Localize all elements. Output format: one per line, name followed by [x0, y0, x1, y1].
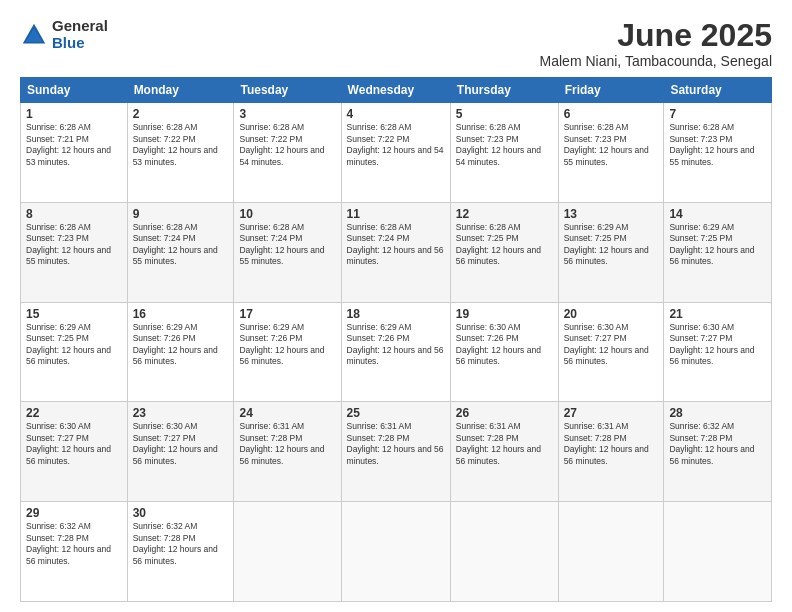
day-cell-4: 4 Sunrise: 6:28 AMSunset: 7:22 PMDayligh…: [341, 103, 450, 203]
day-cell-30: 30 Sunrise: 6:32 AMSunset: 7:28 PMDaylig…: [127, 502, 234, 602]
day-number: 18: [347, 307, 445, 321]
calendar-week-5: 29 Sunrise: 6:32 AMSunset: 7:28 PMDaylig…: [21, 502, 772, 602]
day-cell-16: 16 Sunrise: 6:29 AMSunset: 7:26 PMDaylig…: [127, 302, 234, 402]
day-cell-9: 9 Sunrise: 6:28 AMSunset: 7:24 PMDayligh…: [127, 202, 234, 302]
day-number: 26: [456, 406, 553, 420]
day-info: Sunrise: 6:28 AMSunset: 7:22 PMDaylight:…: [239, 122, 324, 166]
day-info: Sunrise: 6:28 AMSunset: 7:23 PMDaylight:…: [669, 122, 754, 166]
day-cell-21: 21 Sunrise: 6:30 AMSunset: 7:27 PMDaylig…: [664, 302, 772, 402]
day-info: Sunrise: 6:29 AMSunset: 7:25 PMDaylight:…: [669, 222, 754, 266]
day-cell-20: 20 Sunrise: 6:30 AMSunset: 7:27 PMDaylig…: [558, 302, 664, 402]
day-number: 29: [26, 506, 122, 520]
day-info: Sunrise: 6:30 AMSunset: 7:27 PMDaylight:…: [669, 322, 754, 366]
day-cell-5: 5 Sunrise: 6:28 AMSunset: 7:23 PMDayligh…: [450, 103, 558, 203]
day-number: 27: [564, 406, 659, 420]
day-number: 22: [26, 406, 122, 420]
day-header-tuesday: Tuesday: [234, 78, 341, 103]
day-number: 19: [456, 307, 553, 321]
day-cell-28: 28 Sunrise: 6:32 AMSunset: 7:28 PMDaylig…: [664, 402, 772, 502]
day-number: 2: [133, 107, 229, 121]
day-info: Sunrise: 6:28 AMSunset: 7:23 PMDaylight:…: [564, 122, 649, 166]
calendar-week-2: 8 Sunrise: 6:28 AMSunset: 7:23 PMDayligh…: [21, 202, 772, 302]
logo-general: General: [52, 18, 108, 35]
day-info: Sunrise: 6:29 AMSunset: 7:26 PMDaylight:…: [239, 322, 324, 366]
day-cell-19: 19 Sunrise: 6:30 AMSunset: 7:26 PMDaylig…: [450, 302, 558, 402]
day-number: 6: [564, 107, 659, 121]
calendar-week-1: 1 Sunrise: 6:28 AMSunset: 7:21 PMDayligh…: [21, 103, 772, 203]
day-cell-2: 2 Sunrise: 6:28 AMSunset: 7:22 PMDayligh…: [127, 103, 234, 203]
day-number: 30: [133, 506, 229, 520]
logo-blue: Blue: [52, 35, 108, 52]
calendar-header: SundayMondayTuesdayWednesdayThursdayFrid…: [21, 78, 772, 103]
day-info: Sunrise: 6:29 AMSunset: 7:26 PMDaylight:…: [133, 322, 218, 366]
day-number: 28: [669, 406, 766, 420]
day-info: Sunrise: 6:28 AMSunset: 7:24 PMDaylight:…: [239, 222, 324, 266]
empty-cell: [234, 502, 341, 602]
day-info: Sunrise: 6:29 AMSunset: 7:26 PMDaylight:…: [347, 322, 444, 366]
day-info: Sunrise: 6:28 AMSunset: 7:22 PMDaylight:…: [347, 122, 444, 166]
day-cell-27: 27 Sunrise: 6:31 AMSunset: 7:28 PMDaylig…: [558, 402, 664, 502]
day-cell-1: 1 Sunrise: 6:28 AMSunset: 7:21 PMDayligh…: [21, 103, 128, 203]
day-number: 1: [26, 107, 122, 121]
day-cell-13: 13 Sunrise: 6:29 AMSunset: 7:25 PMDaylig…: [558, 202, 664, 302]
day-cell-26: 26 Sunrise: 6:31 AMSunset: 7:28 PMDaylig…: [450, 402, 558, 502]
logo-icon: [20, 21, 48, 49]
day-number: 15: [26, 307, 122, 321]
day-number: 24: [239, 406, 335, 420]
day-header-wednesday: Wednesday: [341, 78, 450, 103]
day-header-monday: Monday: [127, 78, 234, 103]
day-info: Sunrise: 6:32 AMSunset: 7:28 PMDaylight:…: [669, 421, 754, 465]
day-number: 8: [26, 207, 122, 221]
page: General Blue June 2025 Malem Niani, Tamb…: [0, 0, 792, 612]
empty-cell: [341, 502, 450, 602]
header-row: SundayMondayTuesdayWednesdayThursdayFrid…: [21, 78, 772, 103]
empty-cell: [558, 502, 664, 602]
day-cell-24: 24 Sunrise: 6:31 AMSunset: 7:28 PMDaylig…: [234, 402, 341, 502]
calendar-week-4: 22 Sunrise: 6:30 AMSunset: 7:27 PMDaylig…: [21, 402, 772, 502]
day-info: Sunrise: 6:28 AMSunset: 7:25 PMDaylight:…: [456, 222, 541, 266]
day-info: Sunrise: 6:28 AMSunset: 7:24 PMDaylight:…: [133, 222, 218, 266]
day-number: 3: [239, 107, 335, 121]
day-info: Sunrise: 6:30 AMSunset: 7:27 PMDaylight:…: [564, 322, 649, 366]
day-info: Sunrise: 6:31 AMSunset: 7:28 PMDaylight:…: [347, 421, 444, 465]
day-cell-6: 6 Sunrise: 6:28 AMSunset: 7:23 PMDayligh…: [558, 103, 664, 203]
day-cell-7: 7 Sunrise: 6:28 AMSunset: 7:23 PMDayligh…: [664, 103, 772, 203]
day-header-saturday: Saturday: [664, 78, 772, 103]
day-info: Sunrise: 6:31 AMSunset: 7:28 PMDaylight:…: [456, 421, 541, 465]
day-number: 9: [133, 207, 229, 221]
day-cell-10: 10 Sunrise: 6:28 AMSunset: 7:24 PMDaylig…: [234, 202, 341, 302]
day-info: Sunrise: 6:28 AMSunset: 7:24 PMDaylight:…: [347, 222, 444, 266]
day-info: Sunrise: 6:30 AMSunset: 7:27 PMDaylight:…: [26, 421, 111, 465]
day-header-friday: Friday: [558, 78, 664, 103]
day-number: 17: [239, 307, 335, 321]
day-info: Sunrise: 6:30 AMSunset: 7:27 PMDaylight:…: [133, 421, 218, 465]
day-number: 23: [133, 406, 229, 420]
day-info: Sunrise: 6:30 AMSunset: 7:26 PMDaylight:…: [456, 322, 541, 366]
day-info: Sunrise: 6:29 AMSunset: 7:25 PMDaylight:…: [564, 222, 649, 266]
day-number: 20: [564, 307, 659, 321]
location-subtitle: Malem Niani, Tambacounda, Senegal: [540, 53, 772, 69]
logo-text: General Blue: [52, 18, 108, 51]
day-cell-23: 23 Sunrise: 6:30 AMSunset: 7:27 PMDaylig…: [127, 402, 234, 502]
day-info: Sunrise: 6:32 AMSunset: 7:28 PMDaylight:…: [133, 521, 218, 565]
empty-cell: [450, 502, 558, 602]
day-number: 4: [347, 107, 445, 121]
header: General Blue June 2025 Malem Niani, Tamb…: [20, 18, 772, 69]
day-number: 7: [669, 107, 766, 121]
day-header-thursday: Thursday: [450, 78, 558, 103]
day-cell-14: 14 Sunrise: 6:29 AMSunset: 7:25 PMDaylig…: [664, 202, 772, 302]
day-cell-15: 15 Sunrise: 6:29 AMSunset: 7:25 PMDaylig…: [21, 302, 128, 402]
day-info: Sunrise: 6:28 AMSunset: 7:22 PMDaylight:…: [133, 122, 218, 166]
day-cell-11: 11 Sunrise: 6:28 AMSunset: 7:24 PMDaylig…: [341, 202, 450, 302]
logo: General Blue: [20, 18, 108, 51]
day-cell-3: 3 Sunrise: 6:28 AMSunset: 7:22 PMDayligh…: [234, 103, 341, 203]
day-number: 25: [347, 406, 445, 420]
day-info: Sunrise: 6:29 AMSunset: 7:25 PMDaylight:…: [26, 322, 111, 366]
day-number: 10: [239, 207, 335, 221]
calendar-table: SundayMondayTuesdayWednesdayThursdayFrid…: [20, 77, 772, 602]
calendar-body: 1 Sunrise: 6:28 AMSunset: 7:21 PMDayligh…: [21, 103, 772, 602]
day-header-sunday: Sunday: [21, 78, 128, 103]
day-number: 11: [347, 207, 445, 221]
day-info: Sunrise: 6:28 AMSunset: 7:23 PMDaylight:…: [456, 122, 541, 166]
empty-cell: [664, 502, 772, 602]
